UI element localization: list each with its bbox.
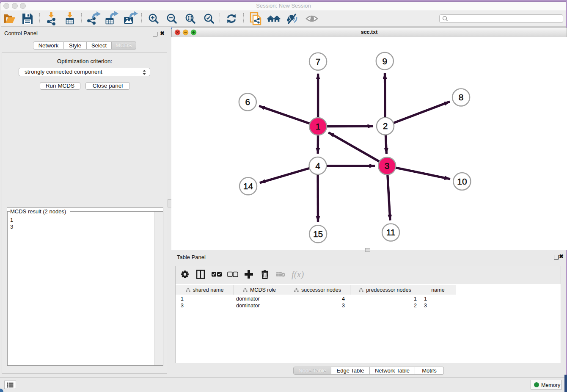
svg-text:8: 8 — [459, 92, 464, 102]
svg-text:2: 2 — [383, 121, 388, 131]
svg-text:3: 3 — [385, 161, 390, 171]
svg-text:14: 14 — [243, 181, 253, 191]
svg-text:10: 10 — [457, 177, 467, 186]
svg-text:1: 1 — [316, 121, 321, 131]
svg-text:4: 4 — [315, 161, 320, 171]
svg-text:7: 7 — [316, 57, 321, 66]
svg-text:15: 15 — [313, 229, 323, 239]
svg-text:9: 9 — [382, 56, 387, 66]
svg-text:11: 11 — [386, 227, 396, 237]
svg-text:6: 6 — [245, 97, 250, 107]
svg-text:f(x): f(x) — [292, 269, 304, 279]
